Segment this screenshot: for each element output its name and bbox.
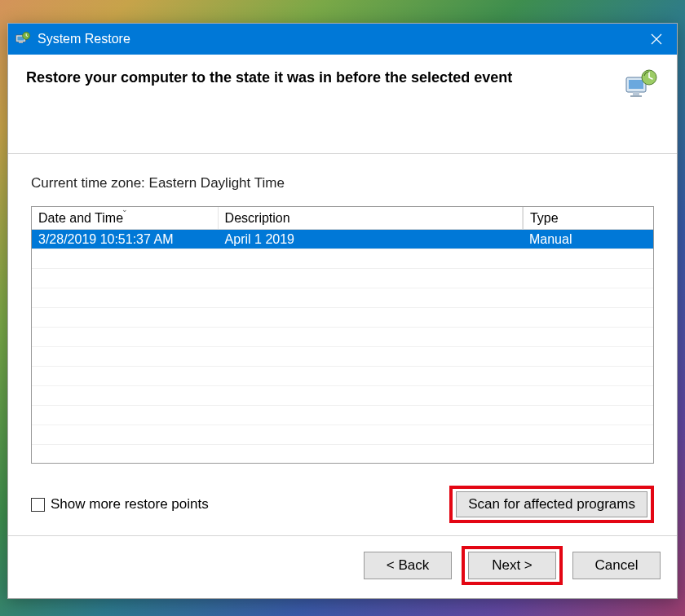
window-title: System Restore [38,32,130,46]
table-row-empty [32,308,653,328]
table-row-empty [32,386,653,406]
cancel-button[interactable]: Cancel [572,552,661,579]
svg-rect-7 [630,95,642,97]
column-label: Type [530,211,559,226]
system-restore-icon [13,29,33,49]
restore-points-table[interactable]: Date and Time ⌄ Description Type 3/28/20… [31,206,654,464]
column-label: Date and Time [38,211,123,226]
table-row-empty [32,367,653,386]
table-body: 3/28/2019 10:51:37 AM April 1 2019 Manua… [32,230,653,464]
cell-date: 3/28/2019 10:51:37 AM [32,230,219,249]
highlight-scan: Scan for affected programs [449,486,654,523]
wizard-heading: Restore your computer to the state it wa… [26,69,613,86]
table-row-empty [32,406,653,425]
timezone-label: Current time zone: Eastern Daylight Time [31,175,654,191]
column-header-type[interactable]: Type [523,207,653,229]
below-table-row: Show more restore points Scan for affect… [31,488,654,521]
next-button[interactable]: Next > [468,552,556,579]
close-button[interactable] [636,24,677,55]
table-row-empty [32,445,653,464]
highlight-next: Next > [462,546,563,585]
titlebar: System Restore [8,24,677,55]
cell-type: Manual [523,230,653,249]
back-button[interactable]: < Back [364,552,452,579]
cell-description: April 1 2019 [219,230,523,249]
table-row-empty [32,425,653,445]
show-more-checkbox-row[interactable]: Show more restore points [31,496,209,513]
wizard-content: Current time zone: Eastern Daylight Time… [8,154,677,535]
column-header-date[interactable]: Date and Time ⌄ [32,207,219,229]
column-header-description[interactable]: Description [219,207,523,229]
table-row-empty [32,249,653,269]
wizard-header: Restore your computer to the state it wa… [8,55,677,154]
table-row[interactable]: 3/28/2019 10:51:37 AM April 1 2019 Manua… [32,230,653,249]
wizard-footer: < Back Next > Cancel [8,535,677,598]
svg-rect-6 [633,92,639,95]
scan-affected-button[interactable]: Scan for affected programs [456,491,647,517]
show-more-checkbox[interactable] [31,498,45,512]
table-header-row: Date and Time ⌄ Description Type [32,207,653,230]
table-row-empty [32,288,653,308]
sort-descending-icon: ⌄ [122,206,128,213]
table-row-empty [32,328,653,347]
system-restore-window: System Restore Restore your computer to … [7,23,678,599]
svg-rect-2 [19,42,23,43]
svg-rect-5 [629,80,643,89]
table-row-empty [32,347,653,367]
column-label: Description [225,211,290,226]
restore-wizard-icon [623,69,659,100]
table-row-empty [32,269,653,288]
show-more-label: Show more restore points [51,496,209,513]
